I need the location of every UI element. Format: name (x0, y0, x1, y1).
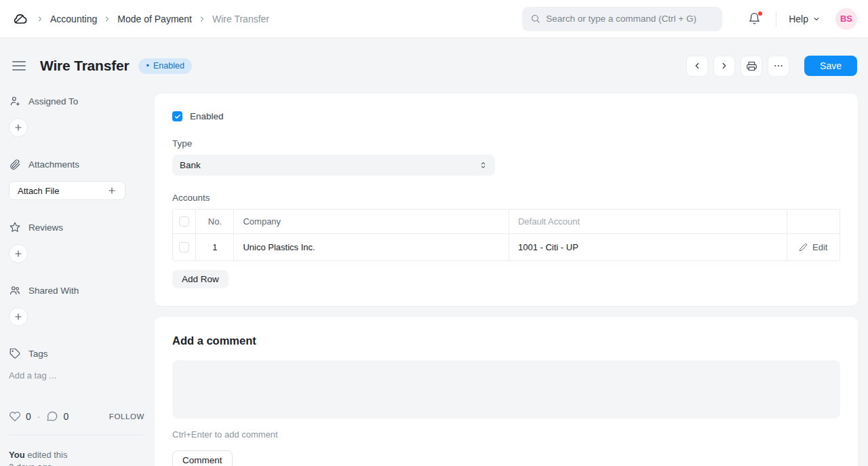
app-logo[interactable] (11, 9, 30, 28)
comment-bubble-icon (46, 410, 58, 423)
default-account-cell[interactable]: 1001 - Citi - UP (509, 233, 787, 260)
search-placeholder: Search or type a command (Ctrl + G) (546, 14, 696, 24)
enabled-checkbox[interactable] (172, 111, 182, 121)
edit-row-button[interactable]: Edit (796, 242, 831, 252)
cloud-logo-icon (12, 10, 29, 28)
tags-label: Tags (28, 349, 48, 359)
search-input[interactable]: Search or type a command (Ctrl + G) (522, 7, 722, 31)
comment-hint: Ctrl+Enter to add comment (172, 429, 840, 440)
dot-separator: · (37, 411, 41, 422)
follow-button[interactable]: FOLLOW (109, 412, 144, 421)
status-dot: • (146, 61, 149, 70)
shared-with-heading: Shared With (9, 284, 144, 296)
activity-time: 2 days ago (9, 461, 144, 466)
chevron-up-down-icon (479, 161, 488, 170)
plus-icon (14, 312, 23, 322)
comments-button[interactable] (46, 410, 58, 423)
comment-count: 0 (63, 411, 68, 422)
divider (776, 12, 776, 26)
comment-submit-button[interactable]: Comment (172, 450, 233, 466)
grid-header-row: No. Company Default Account (173, 210, 840, 233)
breadcrumb-mode-of-payment[interactable]: Mode of Payment (117, 14, 192, 24)
notifications-button[interactable] (745, 9, 764, 28)
type-select[interactable]: Bank (172, 155, 495, 176)
attach-file-button[interactable]: Attach File (9, 181, 125, 200)
assigned-to-heading: Assigned To (9, 95, 144, 107)
notification-dot (758, 12, 762, 16)
add-tag-input[interactable]: Add a tag ... (9, 370, 144, 381)
chevron-left-icon (692, 61, 702, 71)
activity-actor: You (9, 450, 25, 460)
attachments-label: Attachments (28, 159, 79, 170)
add-review-button[interactable] (9, 244, 28, 263)
plus-icon (107, 186, 117, 195)
type-field-label: Type (172, 138, 840, 149)
paperclip-icon (9, 158, 21, 170)
comment-input[interactable] (172, 360, 840, 419)
attachments-heading: Attachments (9, 158, 144, 170)
chevron-right-icon (719, 61, 729, 71)
likes-row: 0 · 0 FOLLOW (9, 410, 144, 423)
row-checkbox[interactable] (179, 242, 189, 252)
search-icon (530, 14, 540, 24)
accounts-grid: No. Company Default Account 1 Unic (172, 209, 840, 261)
tags-heading: Tags (9, 347, 144, 360)
ellipsis-icon (773, 60, 784, 71)
page-header: Wire Transfer • Enabled Save (11, 52, 857, 80)
attach-file-label: Attach File (18, 186, 59, 196)
column-header-company: Company (234, 210, 509, 233)
print-button[interactable] (741, 56, 762, 77)
save-button[interactable]: Save (804, 56, 857, 76)
pencil-icon (799, 243, 808, 252)
accounts-field-label: Accounts (172, 193, 840, 203)
select-all-checkbox[interactable] (179, 216, 189, 227)
status-badge: • Enabled (138, 58, 191, 74)
chevron-right-icon (36, 15, 44, 23)
user-plus-icon (9, 95, 21, 107)
plus-icon (14, 249, 23, 258)
chevron-right-icon (103, 15, 111, 23)
like-button[interactable] (9, 410, 21, 423)
menu-button[interactable] (768, 56, 789, 77)
add-assignment-button[interactable] (9, 118, 28, 137)
check-icon (174, 113, 181, 120)
add-comment-heading: Add a comment (172, 334, 840, 347)
type-select-value: Bank (180, 160, 201, 170)
tag-icon (9, 347, 21, 360)
breadcrumb-accounting[interactable]: Accounting (50, 14, 97, 24)
add-share-button[interactable] (9, 307, 28, 326)
users-icon (9, 284, 21, 296)
chevron-down-icon (812, 15, 821, 23)
activity-edited: You edited this 2 days ago (9, 449, 144, 466)
add-row-button[interactable]: Add Row (172, 270, 229, 288)
help-label: Help (789, 14, 808, 24)
avatar[interactable]: BS (835, 8, 857, 30)
like-count: 0 (26, 411, 31, 422)
form-card: Enabled Type Bank Accounts (155, 94, 858, 306)
enabled-label: Enabled (190, 111, 224, 121)
assigned-to-label: Assigned To (28, 96, 78, 106)
grid-row: 1 Unico Plastics Inc. 1001 - Citi - UP E… (173, 233, 840, 260)
row-number-cell: 1 (196, 233, 234, 260)
plus-icon (14, 123, 23, 132)
column-header-default-account: Default Account (509, 210, 787, 233)
edit-label: Edit (812, 242, 827, 252)
chevron-right-icon (198, 15, 206, 23)
page-title: Wire Transfer (40, 58, 129, 74)
previous-document-button[interactable] (686, 56, 708, 77)
enabled-checkbox-row[interactable]: Enabled (172, 111, 840, 121)
comment-card: Add a comment Ctrl+Enter to add comment … (155, 317, 858, 466)
column-header-no: No. (196, 210, 234, 233)
heart-icon (9, 410, 21, 423)
reviews-label: Reviews (28, 222, 63, 233)
shared-with-label: Shared With (28, 286, 79, 296)
top-nav: Accounting Mode of Payment Wire Transfer… (0, 0, 868, 38)
sidebar-toggle-button[interactable] (12, 61, 26, 71)
printer-icon (746, 60, 757, 72)
activity-action: edited this (25, 450, 68, 460)
reviews-heading: Reviews (9, 221, 144, 233)
next-document-button[interactable] (713, 56, 735, 77)
status-badge-label: Enabled (153, 61, 184, 71)
company-cell[interactable]: Unico Plastics Inc. (234, 233, 509, 260)
help-menu[interactable]: Help (789, 14, 821, 24)
